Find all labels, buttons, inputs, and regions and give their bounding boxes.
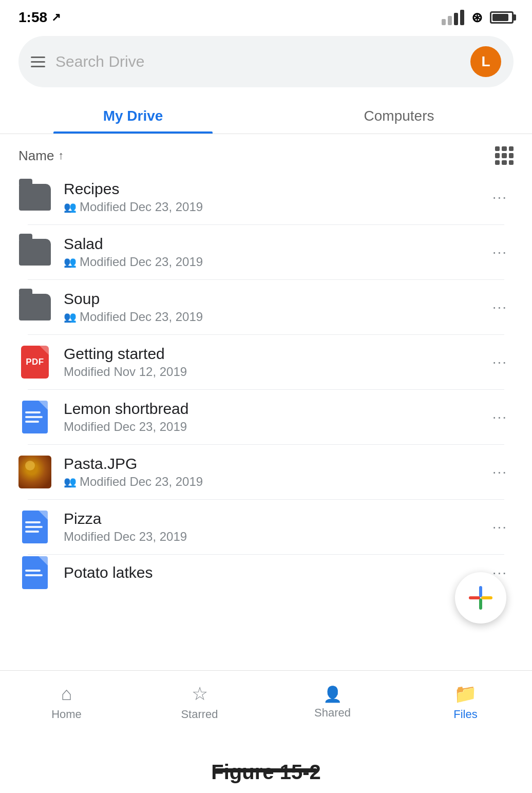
pdf-icon: PDF xyxy=(18,346,51,379)
star-icon: ☆ xyxy=(192,683,208,705)
file-name: Recipes xyxy=(64,180,474,198)
file-name: Getting started xyxy=(64,345,474,363)
grid-view-icon[interactable] xyxy=(495,146,514,165)
shared-icon: 👥 xyxy=(64,201,77,213)
time-display: 1:58 xyxy=(18,9,47,26)
sort-arrow-icon: ↑ xyxy=(58,149,64,162)
wifi-icon: ⊛ xyxy=(471,10,483,26)
file-meta: 👥 Modified Dec 23, 2019 xyxy=(64,310,474,324)
file-name: Potato latkes xyxy=(64,564,474,581)
file-name: Pasta.JPG xyxy=(64,455,474,473)
more-options-button[interactable]: ··· xyxy=(486,350,514,374)
nav-item-home[interactable]: ⌂ Home xyxy=(0,679,133,725)
nav-label-home: Home xyxy=(51,708,82,721)
list-item[interactable]: Pizza Modified Dec 23, 2019 ··· xyxy=(9,500,523,554)
file-name: Lemon shortbread xyxy=(64,400,474,418)
list-item[interactable]: Soup 👥 Modified Dec 23, 2019 ··· xyxy=(9,280,523,334)
fab-button[interactable] xyxy=(455,572,506,624)
nav-item-shared[interactable]: 👤 Shared xyxy=(266,681,399,724)
sort-label-text: Name xyxy=(18,148,54,164)
nav-label-shared: Shared xyxy=(314,706,351,720)
signal-icon xyxy=(442,10,464,25)
more-options-button[interactable]: ··· xyxy=(486,185,514,210)
menu-icon[interactable] xyxy=(31,56,45,67)
search-input[interactable]: Search Drive xyxy=(55,53,460,70)
tab-computers[interactable]: Computers xyxy=(266,96,532,134)
file-info: Soup 👥 Modified Dec 23, 2019 xyxy=(64,290,474,324)
files-icon: 📁 xyxy=(454,683,477,705)
gdoc-icon xyxy=(18,401,51,433)
list-item[interactable]: Pasta.JPG 👥 Modified Dec 23, 2019 ··· xyxy=(9,445,523,499)
location-icon: ↗ xyxy=(51,11,61,24)
nav-label-files: Files xyxy=(453,708,477,721)
tabs-container: My Drive Computers xyxy=(0,96,532,134)
figure-caption: Figure 15-2 xyxy=(0,756,532,793)
more-options-button[interactable]: ··· xyxy=(486,295,514,319)
file-info: Potato latkes xyxy=(64,564,474,581)
file-meta: Modified Dec 23, 2019 xyxy=(64,420,474,434)
file-info: Recipes 👥 Modified Dec 23, 2019 xyxy=(64,180,474,214)
sort-button[interactable]: Name ↑ xyxy=(18,148,64,164)
nav-item-files[interactable]: 📁 Files xyxy=(399,679,532,725)
file-info: Getting started Modified Nov 12, 2019 xyxy=(64,345,474,379)
file-meta: 👥 Modified Dec 23, 2019 xyxy=(64,255,474,269)
folder-icon xyxy=(18,236,51,269)
file-meta: Modified Nov 12, 2019 xyxy=(64,365,474,379)
file-meta: Modified Dec 23, 2019 xyxy=(64,530,474,544)
add-icon xyxy=(469,586,492,610)
people-icon: 👤 xyxy=(323,685,342,703)
file-name: Pizza xyxy=(64,510,474,527)
bottom-nav: ⌂ Home ☆ Starred 👤 Shared 📁 Files xyxy=(0,670,532,731)
more-options-button[interactable]: ··· xyxy=(486,515,514,539)
more-options-button[interactable]: ··· xyxy=(486,460,514,484)
search-bar[interactable]: Search Drive L xyxy=(18,36,514,87)
file-info: Pizza Modified Dec 23, 2019 xyxy=(64,510,474,544)
list-item[interactable]: Recipes 👥 Modified Dec 23, 2019 ··· xyxy=(9,170,523,224)
search-container: Search Drive L xyxy=(0,31,532,87)
list-item[interactable]: Lemon shortbread Modified Dec 23, 2019 ·… xyxy=(9,390,523,444)
home-icon: ⌂ xyxy=(61,683,72,705)
avatar[interactable]: L xyxy=(470,46,501,77)
folder-icon xyxy=(18,291,51,324)
more-options-button[interactable]: ··· xyxy=(486,405,514,429)
file-info: Lemon shortbread Modified Dec 23, 2019 xyxy=(64,400,474,434)
shared-icon: 👥 xyxy=(64,311,77,323)
shared-icon: 👥 xyxy=(64,476,77,488)
image-thumbnail xyxy=(18,456,51,488)
file-name: Salad xyxy=(64,235,474,253)
file-info: Salad 👥 Modified Dec 23, 2019 xyxy=(64,235,474,269)
list-item[interactable]: Potato latkes ··· xyxy=(9,555,523,591)
status-icons: ⊛ xyxy=(442,10,514,26)
battery-icon xyxy=(490,11,514,24)
tab-my-drive[interactable]: My Drive xyxy=(0,96,266,134)
status-bar: 1:58 ↗ ⊛ xyxy=(0,0,532,31)
file-meta: 👥 Modified Dec 23, 2019 xyxy=(64,475,474,489)
list-item[interactable]: PDF Getting started Modified Nov 12, 201… xyxy=(9,335,523,389)
file-meta: 👥 Modified Dec 23, 2019 xyxy=(64,200,474,214)
file-name: Soup xyxy=(64,290,474,308)
gdoc-icon xyxy=(18,511,51,543)
shared-icon: 👥 xyxy=(64,256,77,268)
file-info: Pasta.JPG 👥 Modified Dec 23, 2019 xyxy=(64,455,474,489)
more-options-button[interactable]: ··· xyxy=(486,240,514,265)
list-item[interactable]: Salad 👥 Modified Dec 23, 2019 ··· xyxy=(9,225,523,279)
gdoc-icon xyxy=(18,556,51,589)
nav-item-starred[interactable]: ☆ Starred xyxy=(133,679,266,725)
folder-icon xyxy=(18,181,51,214)
sort-row: Name ↑ xyxy=(0,134,532,170)
file-list: Recipes 👥 Modified Dec 23, 2019 ··· Sala… xyxy=(0,170,532,591)
nav-label-starred: Starred xyxy=(181,708,218,721)
